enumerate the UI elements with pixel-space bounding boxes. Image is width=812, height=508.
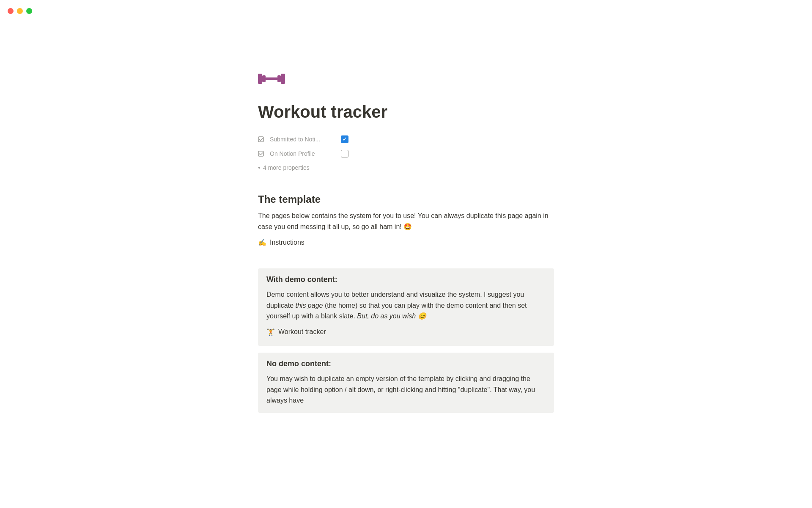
no-demo-heading: No demo content: <box>266 359 546 368</box>
instructions-icon: ✍️ <box>258 238 266 246</box>
divider-1 <box>258 183 554 183</box>
svg-rect-4 <box>281 74 285 84</box>
properties-section: Submitted to Noti... On Notion Profile <box>258 132 554 173</box>
page-container: Workout tracker Submitted to Noti... <box>258 25 554 455</box>
property-value-on-notion-profile[interactable] <box>341 150 348 157</box>
main-content: Workout tracker Submitted to Noti... <box>0 0 812 455</box>
with-demo-body: Demo content allows you to better unders… <box>266 289 546 322</box>
svg-rect-0 <box>258 74 262 84</box>
workout-tracker-link[interactable]: 🏋️ Workout tracker <box>266 327 546 337</box>
more-properties-label: 4 more properties <box>263 164 310 171</box>
with-demo-heading: With demo content: <box>266 275 546 284</box>
property-label-submitted: Submitted to Noti... <box>270 136 337 143</box>
checkbox-unchecked-on-notion-profile[interactable] <box>341 150 348 157</box>
checkbox-checked-submitted[interactable] <box>341 135 348 143</box>
divider-2 <box>258 258 554 258</box>
window-chrome <box>0 0 812 22</box>
no-demo-section: No demo content: You may wish to duplica… <box>258 353 554 413</box>
svg-rect-3 <box>277 75 281 82</box>
template-heading: The template <box>258 193 554 205</box>
dumbbell-icon <box>258 68 285 91</box>
workout-icon: 🏋️ <box>266 328 275 336</box>
property-value-submitted[interactable] <box>341 135 348 143</box>
workout-tracker-label: Workout tracker <box>278 328 326 336</box>
page-icon[interactable] <box>258 68 554 91</box>
svg-rect-2 <box>266 77 277 80</box>
minimize-button[interactable] <box>17 8 23 14</box>
with-demo-body-italic2: But, do as you wish 😊 <box>357 312 426 320</box>
property-label-on-notion-profile: On Notion Profile <box>270 150 337 157</box>
property-icon-on-notion-profile <box>258 151 266 157</box>
traffic-lights <box>8 8 32 14</box>
property-row-submitted: Submitted to Noti... <box>258 132 554 146</box>
property-icon-submitted <box>258 136 266 142</box>
instructions-label: Instructions <box>270 239 304 246</box>
maximize-button[interactable] <box>26 8 32 14</box>
no-demo-body: You may wish to duplicate an empty versi… <box>266 373 546 406</box>
template-body: The pages below contains the system for … <box>258 210 554 232</box>
instructions-link[interactable]: ✍️ Instructions <box>258 237 554 248</box>
with-demo-section: With demo content: Demo content allows y… <box>258 268 554 346</box>
with-demo-body-italic: this page <box>296 302 323 309</box>
property-row-on-notion-profile: On Notion Profile <box>258 146 554 161</box>
close-button[interactable] <box>8 8 14 14</box>
chevron-down-icon: ▾ <box>258 165 261 171</box>
svg-rect-1 <box>262 75 266 82</box>
more-properties-toggle[interactable]: ▾ 4 more properties <box>258 163 554 173</box>
page-title: Workout tracker <box>258 102 554 122</box>
